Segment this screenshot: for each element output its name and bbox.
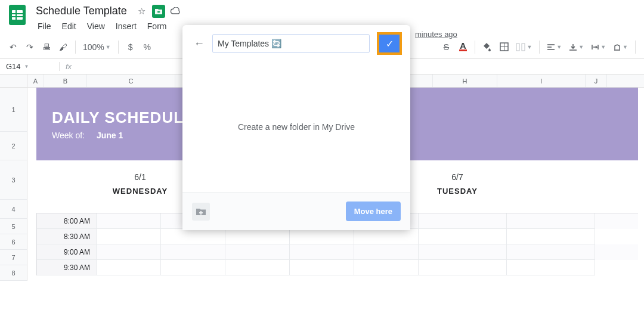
slot-cell[interactable] bbox=[161, 229, 225, 244]
week-of-label: Week of: bbox=[52, 131, 85, 140]
row-header[interactable]: 5 bbox=[0, 219, 27, 234]
h-align-button[interactable]: ▼ bbox=[544, 39, 564, 55]
column-header[interactable]: J bbox=[586, 75, 607, 87]
select-all-cell[interactable] bbox=[0, 75, 27, 87]
menu-bar: File Edit View Insert Form bbox=[33, 20, 182, 33]
text-wrap-button[interactable]: ▼ bbox=[589, 39, 608, 55]
day-name: TUESDAY bbox=[413, 187, 501, 196]
time-cell[interactable]: 8:00 AM bbox=[37, 213, 97, 229]
title-stack: Schedule Template ☆ File Edit View Inser… bbox=[33, 4, 182, 33]
folder-name-field[interactable] bbox=[212, 34, 370, 53]
slot-cell[interactable] bbox=[354, 260, 419, 275]
slot-cell[interactable] bbox=[97, 244, 161, 260]
slot-cell[interactable] bbox=[225, 244, 290, 260]
row-gutter: 12345678 bbox=[0, 88, 27, 281]
day-header-cell: 6/1WEDNESDAY bbox=[96, 170, 184, 209]
cloud-status-icon[interactable] bbox=[169, 5, 182, 18]
day-header-cell: 6/7TUESDAY bbox=[413, 170, 501, 209]
slot-cell[interactable] bbox=[225, 229, 290, 244]
slot-cell[interactable] bbox=[290, 260, 354, 275]
separator bbox=[539, 41, 540, 54]
percent-button[interactable]: % bbox=[140, 39, 154, 55]
day-date: 6/1 bbox=[96, 172, 184, 182]
slot-cell[interactable] bbox=[97, 213, 161, 229]
slot-cell[interactable] bbox=[507, 244, 595, 260]
print-button[interactable]: 🖶 bbox=[39, 39, 54, 55]
move-icon[interactable] bbox=[152, 5, 165, 18]
sheets-logo[interactable] bbox=[6, 4, 29, 26]
popup-body-text: Create a new folder in My Drive bbox=[238, 122, 355, 132]
slot-cell[interactable] bbox=[419, 260, 507, 275]
slot-cell[interactable] bbox=[507, 260, 595, 275]
strikethrough-button[interactable]: S bbox=[439, 39, 453, 55]
time-cell[interactable]: 9:30 AM bbox=[37, 260, 97, 275]
doc-title[interactable]: Schedule Template bbox=[33, 4, 129, 18]
name-box[interactable]: G14▼ bbox=[0, 62, 60, 71]
slot-cell[interactable] bbox=[97, 260, 161, 275]
move-here-button[interactable]: Move here bbox=[346, 202, 401, 221]
row-header[interactable]: 4 bbox=[0, 200, 27, 219]
text-rotation-button[interactable]: ▼ bbox=[611, 39, 630, 55]
slot-cell[interactable] bbox=[507, 229, 595, 244]
row-header[interactable]: 7 bbox=[0, 250, 27, 265]
title-row: Schedule Template ☆ bbox=[33, 4, 182, 18]
popup-body: Create a new folder in My Drive bbox=[182, 62, 410, 192]
slot-cell[interactable] bbox=[161, 244, 225, 260]
undo-button[interactable]: ↶ bbox=[6, 39, 20, 55]
menu-file[interactable]: File bbox=[33, 20, 55, 33]
row-header[interactable]: 6 bbox=[0, 234, 27, 250]
last-edit-link[interactable]: minutes ago bbox=[415, 30, 457, 39]
slot-cell[interactable] bbox=[419, 229, 507, 244]
menu-edit[interactable]: Edit bbox=[58, 20, 80, 33]
slot-cell[interactable] bbox=[354, 244, 419, 260]
time-cell[interactable]: 9:00 AM bbox=[37, 244, 97, 260]
slot-cell[interactable] bbox=[354, 229, 419, 244]
row-header[interactable]: 1 bbox=[0, 88, 27, 132]
svg-rect-13 bbox=[199, 212, 203, 213]
star-icon[interactable]: ☆ bbox=[135, 5, 148, 18]
confirm-folder-button[interactable]: ✓ bbox=[379, 35, 400, 52]
paint-format-button[interactable]: 🖌 bbox=[56, 39, 70, 55]
row-header[interactable]: 2 bbox=[0, 132, 27, 160]
back-button[interactable]: ← bbox=[191, 35, 208, 52]
merge-cells-button[interactable]: ▼ bbox=[513, 39, 534, 55]
day-name: WEDNESDAY bbox=[96, 187, 184, 196]
popup-header: ← ✓ bbox=[182, 25, 410, 62]
slot-cell[interactable] bbox=[419, 244, 507, 260]
svg-rect-3 bbox=[516, 44, 519, 51]
slot-cell[interactable] bbox=[161, 260, 225, 275]
separator bbox=[475, 41, 475, 54]
currency-button[interactable]: $ bbox=[123, 39, 138, 55]
slot-cell[interactable] bbox=[225, 260, 290, 275]
menu-format[interactable]: Form bbox=[143, 20, 171, 33]
row-header[interactable]: 3 bbox=[0, 160, 27, 200]
text-color-button[interactable]: A bbox=[456, 39, 470, 55]
column-header[interactable]: B bbox=[44, 75, 87, 87]
column-header[interactable]: I bbox=[497, 75, 586, 87]
column-header[interactable]: C bbox=[87, 75, 175, 87]
borders-button[interactable] bbox=[497, 39, 511, 55]
menu-view[interactable]: View bbox=[83, 20, 109, 33]
menu-insert[interactable]: Insert bbox=[112, 20, 141, 33]
separator bbox=[118, 41, 119, 54]
slot-cell[interactable] bbox=[97, 229, 161, 244]
new-folder-button[interactable] bbox=[192, 203, 210, 221]
slot-cell[interactable] bbox=[419, 213, 507, 229]
slot-cell[interactable] bbox=[507, 213, 595, 229]
separator bbox=[635, 41, 636, 54]
fill-color-button[interactable] bbox=[480, 39, 494, 55]
column-header[interactable]: A bbox=[27, 75, 44, 87]
row-header[interactable]: 8 bbox=[0, 265, 27, 281]
time-cell[interactable]: 8:30 AM bbox=[37, 229, 97, 244]
redo-button[interactable]: ↷ bbox=[23, 39, 37, 55]
table-row: 9:00 AM bbox=[37, 244, 638, 260]
table-row: 9:30 AM bbox=[37, 260, 638, 275]
week-of-value: June 1 bbox=[97, 131, 123, 140]
zoom-select[interactable]: 100%▼ bbox=[80, 39, 113, 55]
slot-cell[interactable] bbox=[290, 244, 354, 260]
folder-name-input[interactable] bbox=[218, 39, 364, 48]
column-header[interactable]: H bbox=[433, 75, 497, 87]
slot-cell[interactable] bbox=[290, 229, 354, 244]
v-align-button[interactable]: ▼ bbox=[566, 39, 586, 55]
fx-icon: fx bbox=[60, 62, 78, 71]
